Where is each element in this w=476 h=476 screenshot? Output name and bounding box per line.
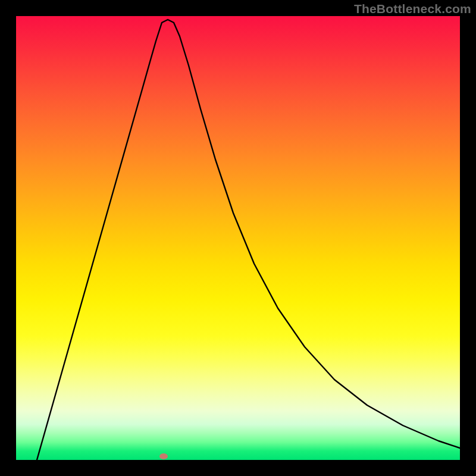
chart-frame	[16, 16, 460, 460]
curve-path	[37, 20, 460, 460]
watermark-text: TheBottleneck.com	[354, 2, 471, 16]
bottleneck-curve	[16, 16, 460, 460]
optimal-point-dot	[159, 453, 168, 459]
